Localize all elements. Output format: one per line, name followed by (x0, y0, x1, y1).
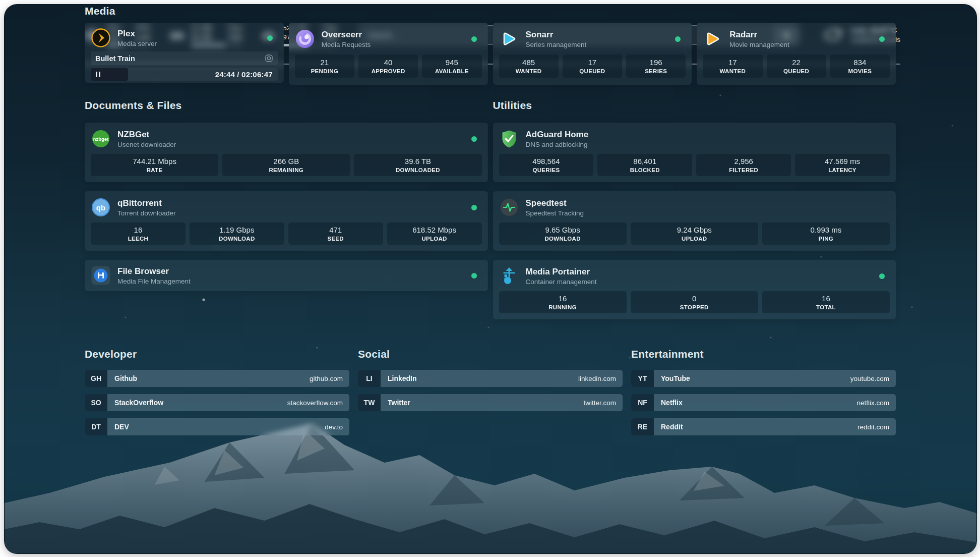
bookmark-twitter[interactable]: TW Twitter twitter.com (358, 394, 623, 411)
radarr-title: Radarr (729, 29, 789, 40)
radarr-stat-wanted: 17 WANTED (703, 54, 762, 78)
portainer-subtitle: Container management (526, 277, 597, 286)
qbittorrent-card[interactable]: qb qBittorrent Torrent downloader 16 LEE… (85, 191, 488, 251)
qbittorrent-stat-leech: 16 LEECH (91, 222, 186, 245)
bookmark-url: netflix.com (856, 394, 896, 411)
stat-label: PING (819, 235, 833, 242)
bookmark-sections: Developer GH Github github.com SO StackO… (85, 348, 896, 435)
developer-group: Developer GH Github github.com SO StackO… (85, 348, 349, 435)
bookmark-github[interactable]: GH Github github.com (85, 370, 349, 387)
bookmark-url: reddit.com (858, 418, 896, 435)
nzbget-card[interactable]: nzbget NZBGet Usenet downloader 744.21 M… (85, 123, 488, 182)
reddit-badge: RE (631, 418, 654, 435)
plex-now-playing-row: Bullet Train (91, 51, 278, 65)
stat-value: 39.6 TB (405, 157, 431, 166)
portainer-card[interactable]: Media Portainer Container management 16 … (493, 260, 896, 319)
filebrowser-subtitle: Media File Management (117, 277, 191, 286)
speedtest-card[interactable]: Speedtest Speedtest Tracking 9.65 Gbps D… (493, 191, 896, 251)
stat-label: UPLOAD (682, 235, 707, 242)
stat-value: 9.24 Gbps (677, 226, 712, 235)
stat-value: 40 (384, 58, 393, 67)
media-cards-row: Plex Media server Bullet Train 24:44 / 0… (85, 23, 896, 85)
nzbget-stat-downloaded: 39.6 TB DOWNLOADED (354, 154, 481, 176)
stat-label: WANTED (516, 68, 542, 75)
overseerr-stat-pending: 21 PENDING (295, 54, 354, 78)
qbittorrent-stat-seed: 471 SEED (288, 222, 383, 245)
stat-label: QUEUED (579, 68, 605, 75)
svg-text:qb: qb (96, 203, 105, 212)
speedtest-title: Speedtest (526, 198, 584, 208)
bookmark-name: Netflix (654, 394, 856, 411)
documents-column: Documents & Files nzbget NZBGet Usenet d… (85, 99, 488, 291)
stat-label: APPROVED (372, 68, 405, 75)
stat-value: 266 GB (273, 157, 299, 166)
dev-badge: DT (85, 418, 107, 435)
twitter-badge: TW (358, 394, 381, 411)
radarr-subtitle: Movie management (729, 40, 789, 49)
sonarr-subtitle: Series management (526, 40, 587, 49)
plex-subtitle: Media server (117, 39, 157, 48)
stat-value: 2,956 (734, 157, 753, 166)
speedtest-stat-ping: 0.993 ms PING (762, 222, 890, 245)
stat-value: 9.65 Gbps (545, 226, 580, 235)
sonarr-icon (499, 29, 519, 49)
qbittorrent-icon: qb (91, 197, 111, 217)
sonarr-status-dot (675, 36, 681, 42)
bookmark-stackoverflow[interactable]: SO StackOverflow stackoverflow.com (85, 394, 349, 411)
qbittorrent-status-dot (471, 205, 477, 210)
sonarr-card[interactable]: Sonarr Series management 485 WANTED 17 Q… (493, 23, 692, 85)
stat-label: TOTAL (816, 304, 836, 311)
adguard-card[interactable]: AdGuard Home DNS and adblocking 498,564 … (493, 123, 896, 182)
dashboard-window: 31% 2.94 CPU Load (4, 4, 977, 554)
adguard-icon (499, 129, 519, 149)
bookmark-name: DEV (107, 418, 325, 435)
stat-value: 0 (692, 294, 696, 303)
section-title-entertainment: Entertainment (631, 348, 896, 361)
stat-value: 16 (559, 294, 567, 303)
stat-value: 17 (728, 58, 737, 67)
plex-card[interactable]: Plex Media server Bullet Train 24:44 / 0… (85, 23, 284, 83)
portainer-title: Media Portainer (526, 266, 597, 277)
overseerr-title: Overseerr (322, 29, 371, 40)
nzbget-title: NZBGet (117, 129, 176, 140)
radarr-card[interactable]: Radarr Movie management 17 WANTED 22 QUE… (697, 23, 896, 85)
bookmark-reddit[interactable]: RE Reddit reddit.com (631, 418, 896, 435)
netflix-badge: NF (631, 394, 654, 411)
stackoverflow-badge: SO (85, 394, 107, 411)
portainer-status-dot (879, 273, 885, 279)
stat-label: MOVIES (848, 68, 872, 75)
bookmark-url: youtube.com (850, 370, 896, 387)
portainer-icon (499, 266, 519, 286)
bookmark-netflix[interactable]: NF Netflix netflix.com (631, 394, 896, 411)
overseerr-card[interactable]: Overseerr Media Requests 21 PENDING 40 A… (289, 23, 488, 85)
stat-value: 17 (588, 58, 597, 67)
stat-label: STOPPED (680, 304, 709, 311)
stat-label: RUNNING (548, 304, 577, 311)
bookmark-url: twitter.com (583, 394, 623, 411)
stat-label: DOWNLOADED (396, 166, 440, 174)
bookmark-dev[interactable]: DT DEV dev.to (85, 418, 349, 435)
bookmark-url: github.com (310, 370, 349, 387)
plex-now-playing-title: Bullet Train (95, 54, 135, 63)
nzbget-stat-remaining: 266 GB REMAINING (222, 154, 350, 176)
filebrowser-icon (91, 265, 111, 286)
bookmark-youtube[interactable]: YT YouTube youtube.com (631, 370, 896, 387)
filebrowser-card[interactable]: File Browser Media File Management (85, 260, 488, 291)
dashboard-content: Media Plex Media server Bullet Train (85, 5, 896, 435)
stat-value: 1.19 Gbps (219, 226, 254, 235)
overseerr-status-dot (471, 36, 477, 42)
qbittorrent-stat-upload: 618.52 Mbps UPLOAD (387, 222, 482, 245)
filebrowser-title: File Browser (117, 266, 191, 276)
speedtest-stat-upload: 9.24 Gbps UPLOAD (631, 222, 758, 245)
linkedin-badge: LI (358, 370, 381, 387)
youtube-badge: YT (631, 370, 654, 387)
radarr-status-dot (879, 36, 885, 42)
sonarr-stat-series: 196 SERIES (626, 54, 686, 78)
pause-button[interactable] (96, 72, 100, 77)
section-title-media: Media (85, 5, 896, 18)
bookmark-linkedin[interactable]: LI LinkedIn linkedin.com (358, 370, 623, 387)
adguard-subtitle: DNS and adblocking (526, 140, 589, 149)
stat-label: BLOCKED (630, 166, 660, 174)
stat-label: SEED (327, 235, 344, 242)
stat-label: LEECH (128, 235, 148, 242)
